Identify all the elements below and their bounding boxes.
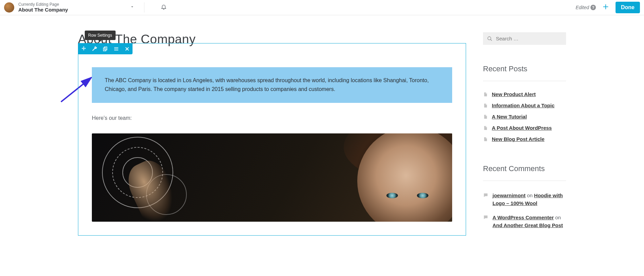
- beaver-logo-icon: [4, 2, 14, 13]
- list-item: joewarnimont on Hoodie with Logo – 100% …: [483, 188, 566, 210]
- topbar-left: Currently Editing Page About The Company: [4, 2, 170, 13]
- chevron-down-icon: [130, 4, 135, 9]
- hamburger-icon: [113, 46, 119, 52]
- on-word: on: [527, 192, 533, 198]
- top-bar: Currently Editing Page About The Company…: [0, 0, 644, 15]
- face-shape: [357, 133, 452, 222]
- team-hero-image[interactable]: [92, 133, 452, 222]
- bell-icon: [161, 4, 167, 10]
- post-link[interactable]: A New Tutorial: [492, 114, 527, 119]
- move-icon: [81, 46, 87, 52]
- list-item: Information About a Topic: [483, 100, 566, 111]
- title-dropdown-button[interactable]: [126, 2, 138, 13]
- list-item: New Blog Post Article: [483, 133, 566, 145]
- row-settings-button[interactable]: [89, 43, 100, 54]
- recent-comments-list: joewarnimont on Hoodie with Logo – 100% …: [483, 188, 566, 233]
- divider: [483, 81, 566, 81]
- copy-icon: [102, 46, 108, 52]
- edited-status: Edited ?: [576, 5, 596, 10]
- document-icon: [483, 114, 488, 119]
- svg-point-1: [488, 37, 491, 40]
- comment-post-link[interactable]: And Another Great Blog Post: [492, 222, 563, 228]
- done-button[interactable]: Done: [616, 2, 640, 13]
- comment-author-link[interactable]: joewarnimont: [492, 192, 526, 198]
- notifications-button[interactable]: [157, 2, 170, 13]
- team-label[interactable]: Here's our team:: [92, 115, 452, 121]
- add-content-button[interactable]: [601, 3, 611, 12]
- editing-subtitle: Currently Editing Page: [18, 2, 68, 7]
- callout-text: The ABC Company is located in Los Angele…: [105, 77, 429, 92]
- divider: [483, 181, 566, 181]
- list-item: A Post About WordPress: [483, 122, 566, 133]
- intro-callout[interactable]: The ABC Company is located in Los Angele…: [92, 67, 452, 103]
- recent-posts-list: New Product AlertInformation About a Top…: [483, 89, 566, 145]
- close-icon: [124, 46, 130, 52]
- search-box[interactable]: [483, 32, 566, 45]
- search-input[interactable]: [496, 36, 562, 41]
- row-move-button[interactable]: [78, 43, 89, 54]
- chat-icon: [483, 192, 488, 198]
- edited-label: Edited: [576, 5, 589, 10]
- help-icon[interactable]: ?: [590, 5, 596, 10]
- document-icon: [483, 136, 488, 142]
- eye-shape: [417, 193, 428, 198]
- list-item: A New Tutorial: [483, 111, 566, 122]
- comment-body: joewarnimont on Hoodie with Logo – 100% …: [492, 192, 566, 207]
- document-icon: [483, 92, 488, 97]
- recent-comments-title: Recent Comments: [483, 164, 566, 173]
- topbar-right: Edited ? Done: [576, 2, 640, 13]
- svg-line-2: [490, 39, 492, 41]
- eye-shape: [386, 193, 398, 198]
- wrench-icon: [92, 46, 98, 52]
- list-item: A WordPress Commenter on And Another Gre…: [483, 210, 566, 233]
- main-column: About The Company Row Settings: [78, 32, 466, 236]
- comment-author-link[interactable]: A WordPress Commenter: [492, 215, 554, 220]
- plus-icon: [602, 3, 609, 11]
- row-duplicate-button[interactable]: [100, 43, 111, 54]
- sidebar: Recent Posts New Product AlertInformatio…: [483, 32, 566, 236]
- page-title-block[interactable]: Currently Editing Page About The Company: [18, 2, 68, 13]
- list-item: New Product Alert: [483, 89, 566, 100]
- row-settings-tooltip: Row Settings: [85, 31, 116, 40]
- row-columns-button[interactable]: [111, 43, 122, 54]
- row-toolbar: [78, 43, 133, 54]
- on-word: on: [555, 215, 561, 220]
- main-wrap: About The Company Row Settings: [0, 15, 644, 236]
- comment-body: A WordPress Commenter on And Another Gre…: [492, 214, 566, 229]
- post-link[interactable]: New Blog Post Article: [492, 136, 544, 142]
- post-link[interactable]: A Post About WordPress: [492, 125, 552, 131]
- row-editing-box[interactable]: Row Settings The ABC Comp: [78, 43, 466, 236]
- recent-posts-title: Recent Posts: [483, 65, 566, 73]
- document-icon: [483, 125, 488, 131]
- post-link[interactable]: Information About a Topic: [492, 103, 555, 108]
- page-title: About The Company: [18, 7, 68, 13]
- post-link[interactable]: New Product Alert: [492, 91, 536, 97]
- chat-icon: [483, 215, 488, 220]
- document-icon: [483, 103, 488, 108]
- vertical-divider: [144, 2, 144, 13]
- search-icon: [487, 36, 492, 41]
- row-remove-button[interactable]: [122, 43, 133, 54]
